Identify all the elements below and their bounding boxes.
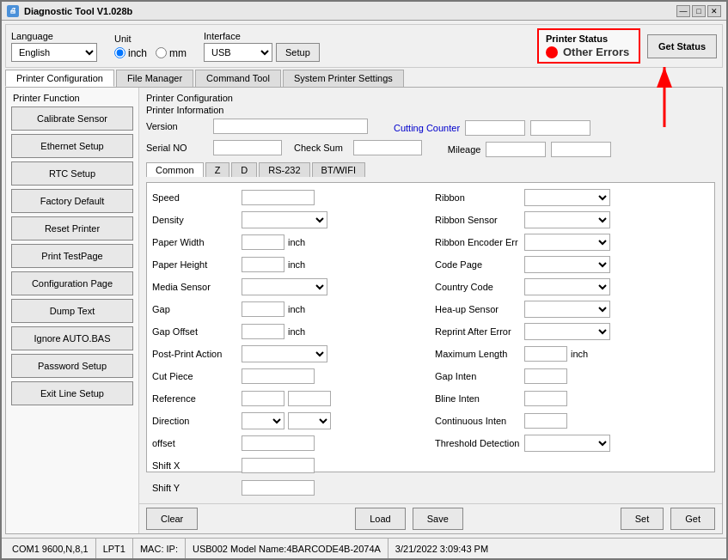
gap-inten-input[interactable] xyxy=(524,368,567,384)
calibrate-sensor-button[interactable]: Calibrate Sensor xyxy=(11,107,133,131)
maximize-button[interactable]: □ xyxy=(692,5,706,17)
printer-status-group: Printer Status Other Errors Get Status xyxy=(537,28,717,64)
threshold-detection-select[interactable] xyxy=(524,435,610,452)
unit-mm-label[interactable]: mm xyxy=(156,47,187,59)
direction-select1[interactable] xyxy=(242,412,284,429)
inner-tab-z[interactable]: Z xyxy=(205,162,230,177)
hea-up-sensor-label: Hea-up Sensor xyxy=(435,304,521,314)
maximum-length-input[interactable] xyxy=(524,346,567,362)
tab-command-tool[interactable]: Command Tool xyxy=(195,70,281,87)
reprint-after-error-select[interactable] xyxy=(524,323,610,340)
gap-offset-label: Gap Offset xyxy=(152,326,238,337)
language-select[interactable]: English xyxy=(11,43,97,62)
ribbon-sensor-label: Ribbon Sensor xyxy=(435,215,521,225)
factory-default-button[interactable]: Factory Default xyxy=(11,189,133,213)
reset-printer-button[interactable]: Reset Printer xyxy=(11,216,133,240)
version-input[interactable] xyxy=(213,119,368,134)
reference-input2[interactable] xyxy=(288,391,331,406)
version-label: Version xyxy=(146,121,206,131)
gap-offset-input[interactable] xyxy=(242,324,284,339)
paper-width-input[interactable] xyxy=(242,234,284,250)
status-text: Other Errors xyxy=(563,46,629,58)
tab-system-printer-settings[interactable]: System Printer Settings xyxy=(283,70,404,87)
unit-inch-label[interactable]: inch xyxy=(114,47,147,59)
offset-label: offset xyxy=(152,438,238,448)
status-datetime: 3/21/2022 3:09:43 PM xyxy=(388,539,723,558)
printer-status-box: Printer Status Other Errors xyxy=(537,28,640,64)
reference-input1[interactable] xyxy=(242,391,284,406)
threshold-detection-label: Threshold Detection xyxy=(435,438,521,448)
print-testpage-button[interactable]: Print TestPage xyxy=(11,244,133,268)
inner-tab-d[interactable]: D xyxy=(231,162,257,177)
gap-label: Gap xyxy=(152,304,238,314)
continuous-inten-input[interactable] xyxy=(524,413,567,429)
paper-height-input[interactable] xyxy=(242,257,284,272)
gap-input[interactable] xyxy=(242,301,284,317)
interface-select[interactable]: USB xyxy=(204,43,272,62)
save-button[interactable]: Save xyxy=(413,508,463,530)
config-bottom-bar: Clear Load Save Set Get xyxy=(139,503,722,533)
media-sensor-select[interactable] xyxy=(242,278,327,295)
hea-up-sensor-select[interactable] xyxy=(524,301,610,318)
exit-line-setup-button[interactable]: Exit Line Setup xyxy=(11,381,133,405)
shift-y-input[interactable] xyxy=(242,480,315,496)
unit-mm-radio[interactable] xyxy=(156,47,167,58)
bline-inten-input[interactable] xyxy=(524,391,567,406)
direction-select2[interactable] xyxy=(288,412,331,429)
post-print-action-select[interactable] xyxy=(242,345,327,362)
maximum-length-label: Maximum Length xyxy=(435,349,521,359)
minimize-button[interactable]: — xyxy=(676,5,690,17)
app-icon: 🖨 xyxy=(7,5,19,17)
offset-input[interactable] xyxy=(242,435,315,451)
media-sensor-label: Media Sensor xyxy=(152,282,238,292)
shift-x-input[interactable] xyxy=(242,458,315,473)
serial-no-label: Serial NO xyxy=(146,143,206,153)
checksum-input[interactable] xyxy=(353,140,422,155)
cutting-counter-input2[interactable] xyxy=(530,120,590,136)
inner-tab-rs232[interactable]: RS-232 xyxy=(259,162,309,177)
ethernet-setup-button[interactable]: Ethernet Setup xyxy=(11,134,133,158)
gap-unit: inch xyxy=(288,304,305,314)
language-group: Language English xyxy=(11,31,97,62)
window-title: Diagnostic Tool V1.028b xyxy=(24,6,132,16)
tab-file-manager[interactable]: File Manager xyxy=(116,70,193,87)
mileage-input2[interactable] xyxy=(551,142,611,157)
dump-text-button[interactable]: Dump Text xyxy=(11,299,133,323)
paper-height-label: Paper Height xyxy=(152,259,238,270)
ignore-auto-bas-button[interactable]: Ignore AUTO.BAS xyxy=(11,326,133,350)
country-code-select[interactable] xyxy=(524,278,610,295)
get-status-button[interactable]: Get Status xyxy=(647,34,717,58)
form-area: Speed Density Paper Width inch xyxy=(139,182,722,503)
tab-printer-configuration[interactable]: Printer Configuration xyxy=(5,70,114,87)
language-label: Language xyxy=(11,31,97,41)
get-button[interactable]: Get xyxy=(670,508,715,530)
password-setup-button[interactable]: Password Setup xyxy=(11,354,133,378)
density-select[interactable] xyxy=(242,211,327,228)
inner-tabs-container: Common Z D RS-232 BT/WIFI xyxy=(139,162,722,182)
clear-button[interactable]: Clear xyxy=(146,508,198,530)
status-com: COM1 9600,N,8,1 xyxy=(5,539,96,558)
unit-group: Unit inch mm xyxy=(114,33,187,59)
cutting-counter-input1[interactable] xyxy=(465,120,525,136)
ribbon-encoder-err-select[interactable] xyxy=(524,234,610,251)
ribbon-sensor-select[interactable] xyxy=(524,211,610,228)
inner-tab-common[interactable]: Common xyxy=(146,162,204,177)
unit-label: Unit xyxy=(114,33,187,44)
unit-inch-radio[interactable] xyxy=(114,47,125,58)
speed-input[interactable] xyxy=(242,190,315,205)
ribbon-select[interactable] xyxy=(524,189,610,206)
mileage-input1[interactable] xyxy=(486,142,546,157)
serial-no-input[interactable] xyxy=(213,140,282,155)
cut-piece-input[interactable] xyxy=(242,368,315,384)
configuration-page-button[interactable]: Configuration Page xyxy=(11,271,133,295)
load-button[interactable]: Load xyxy=(355,508,405,530)
setup-button[interactable]: Setup xyxy=(276,43,320,62)
set-button[interactable]: Set xyxy=(621,508,664,530)
density-label: Density xyxy=(152,215,238,225)
code-page-select[interactable] xyxy=(524,256,610,273)
inner-tab-btwifi[interactable]: BT/WIFI xyxy=(312,162,365,177)
status-usb: USB002 Model Name:4BARCODE4B-2074A xyxy=(186,539,388,558)
status-bar: COM1 9600,N,8,1 LPT1 MAC: IP: USB002 Mod… xyxy=(2,538,726,558)
rtc-setup-button[interactable]: RTC Setup xyxy=(11,161,133,186)
close-button[interactable]: ✕ xyxy=(707,5,721,17)
